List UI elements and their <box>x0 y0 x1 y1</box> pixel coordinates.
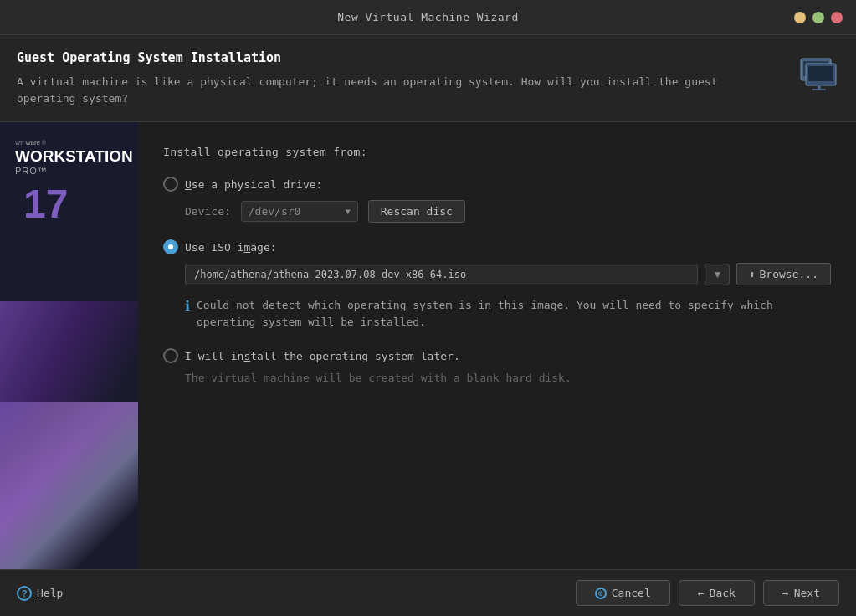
device-select-arrow: ▼ <box>346 207 351 216</box>
svg-rect-3 <box>808 66 833 81</box>
sidebar: vm ware ® WORKSTATION PRO™ 17 <box>0 122 138 569</box>
install-later-radio-row[interactable]: I will install the operating system late… <box>163 348 831 363</box>
version-number: 17 <box>23 184 68 224</box>
iso-image-radio[interactable] <box>163 239 178 254</box>
warning-message: ℹ Could not detect which operating syste… <box>185 297 831 330</box>
cancel-button[interactable]: ⊙ Cancel <box>576 580 670 606</box>
header-content: Guest Operating System Installation A vi… <box>17 50 736 106</box>
iso-path-display[interactable]: /home/athena/athena-2023.07.08-dev-x86_6… <box>185 264 698 285</box>
help-icon: ? <box>17 586 32 601</box>
back-button[interactable]: ← Back <box>679 580 755 606</box>
warning-text: Could not detect which operating system … <box>197 297 831 330</box>
iso-image-option: Use ISO image: /home/athena/athena-2023.… <box>163 239 831 330</box>
back-label: Back <box>710 587 736 599</box>
physical-drive-label: Use a physical drive: <box>185 178 322 191</box>
window-controls <box>794 12 843 23</box>
help-area[interactable]: ? Help <box>17 586 63 601</box>
close-button[interactable] <box>831 12 843 23</box>
physical-drive-radio-row[interactable]: Use a physical drive: <box>163 177 831 192</box>
device-value: /dev/sr0 <box>249 205 301 218</box>
later-subtext: The virtual machine will be created with… <box>185 372 831 384</box>
install-later-radio[interactable] <box>163 348 178 363</box>
maximize-button[interactable] <box>812 12 824 23</box>
footer: ? Help ⊙ Cancel ← Back → Next <box>0 569 856 616</box>
section-title: Install operating system from: <box>163 146 831 158</box>
iso-dropdown-button[interactable]: ▼ <box>705 264 730 285</box>
sidebar-accent <box>0 402 138 569</box>
sidebar-logo: vm ware ® WORKSTATION PRO™ 17 <box>0 139 138 224</box>
minimize-button[interactable] <box>794 12 806 23</box>
back-arrow-icon: ← <box>698 587 705 599</box>
iso-image-radio-row[interactable]: Use ISO image: <box>163 239 831 254</box>
install-later-option: I will install the operating system late… <box>163 348 831 384</box>
install-later-label: I will install the operating system late… <box>185 350 460 362</box>
window-title: New Virtual Machine Wizard <box>337 11 519 23</box>
browse-icon: ⬆ <box>749 269 755 280</box>
browse-label: Browse... <box>760 268 818 280</box>
header-section: Guest Operating System Installation A vi… <box>0 35 856 122</box>
svg-rect-5 <box>812 89 826 90</box>
device-select[interactable]: /dev/sr0 ▼ <box>241 201 358 222</box>
content-panel: Install operating system from: Use a phy… <box>138 122 856 569</box>
physical-drive-radio[interactable] <box>163 177 178 192</box>
next-button[interactable]: → Next <box>763 580 839 606</box>
next-label: Next <box>794 587 820 599</box>
brand-sub: PRO™ <box>15 166 48 176</box>
browse-button[interactable]: ⬆ Browse... <box>736 263 831 285</box>
os-install-icon <box>796 50 839 94</box>
device-label-text: Device: <box>185 205 231 218</box>
cancel-icon: ⊙ <box>595 588 607 599</box>
rescan-button[interactable]: Rescan disc <box>368 200 465 223</box>
page-description: A virtual machine is like a physical com… <box>17 74 736 106</box>
next-arrow-icon: → <box>782 587 789 599</box>
title-bar: New Virtual Machine Wizard <box>0 0 856 35</box>
footer-buttons: ⊙ Cancel ← Back → Next <box>576 580 839 606</box>
iso-image-label: Use ISO image: <box>185 241 277 254</box>
iso-path-row: /home/athena/athena-2023.07.08-dev-x86_6… <box>185 263 831 285</box>
warning-icon: ℹ <box>185 298 190 314</box>
physical-drive-option: Use a physical drive: Device: /dev/sr0 ▼… <box>163 177 831 223</box>
brand-name: WORKSTATION <box>15 148 133 166</box>
page-title: Guest Operating System Installation <box>17 50 736 65</box>
cancel-label: Cancel <box>612 587 651 599</box>
device-row: Device: /dev/sr0 ▼ Rescan disc <box>185 200 831 223</box>
main-area: vm ware ® WORKSTATION PRO™ 17 Install op… <box>0 122 856 569</box>
help-label: Help <box>37 587 63 599</box>
